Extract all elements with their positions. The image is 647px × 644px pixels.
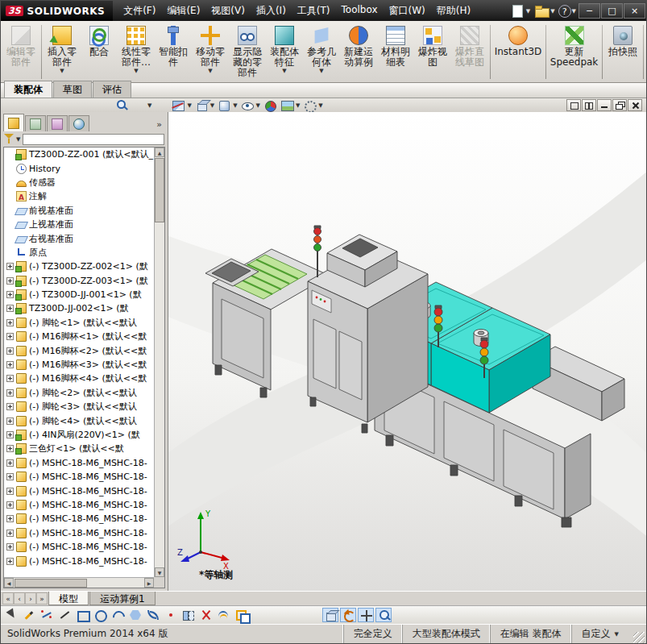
smart-dimension-icon[interactable]	[39, 608, 55, 622]
show-hidden-components-button[interactable]: 显示隐 藏的零 部件	[229, 23, 266, 81]
section-caret-icon[interactable]: ▼	[187, 102, 191, 109]
display-style-icon[interactable]	[217, 99, 232, 112]
line-icon[interactable]	[56, 608, 73, 622]
tree-item[interactable]: (-) MSHC-18-M6_MSHC-18-	[4, 526, 154, 540]
edit-appearance-icon[interactable]	[263, 99, 278, 112]
update-speedpak-button[interactable]: 更新 Speedpak	[548, 23, 600, 81]
tab-scroll-arrow[interactable]: «	[2, 592, 14, 605]
menu-item[interactable]: 窗口(W)	[384, 1, 431, 21]
tree-item[interactable]: (-) M16脚杯<3> (默认<<默	[4, 358, 154, 372]
tree-item[interactable]: 注解	[4, 189, 154, 203]
tree-item[interactable]: (-) MSHC-18-M6_MSHC-18-	[4, 470, 154, 484]
new-document-icon[interactable]	[509, 4, 525, 18]
tree-expand-toggle[interactable]	[6, 558, 14, 565]
menu-item[interactable]: 视图(V)	[205, 1, 251, 21]
mirror-icon[interactable]	[180, 608, 197, 622]
take-snapshot-button[interactable]: 拍快照	[604, 23, 641, 81]
filter-field[interactable]	[23, 134, 164, 145]
tree-item[interactable]: History	[4, 161, 154, 175]
insert-component-button[interactable]: 插入零 部件 ▼	[44, 23, 81, 81]
point-icon[interactable]	[163, 608, 179, 622]
tree-expand-toggle[interactable]	[6, 319, 14, 326]
zoom-area-icon[interactable]	[131, 99, 147, 112]
tab-scroll-arrow[interactable]: ‹	[14, 592, 25, 605]
mate-button[interactable]: 配合	[81, 23, 118, 81]
tree-expand-toggle[interactable]	[6, 305, 14, 312]
tree-expand-toggle[interactable]	[6, 473, 14, 480]
tree-item[interactable]: (-) 4IN风扇(220V)<1> (默	[4, 428, 154, 442]
tree-item[interactable]: (-) 脚轮<1> (默认<<默认	[4, 316, 154, 330]
tree-expand-toggle[interactable]	[6, 389, 14, 397]
scroll-right-icon[interactable]: ▶	[144, 578, 154, 588]
model-3d[interactable]	[168, 112, 646, 591]
tree-item[interactable]: 原点	[4, 246, 154, 260]
tree-expand-toggle[interactable]	[6, 543, 14, 551]
tree-expand-toggle[interactable]	[6, 375, 14, 382]
minimize-window-button[interactable]: ─	[579, 3, 600, 19]
spline-icon[interactable]	[145, 608, 161, 622]
resize-grip[interactable]	[633, 632, 645, 643]
polygon-icon[interactable]	[127, 608, 143, 622]
tree-item[interactable]: 上视基准面	[4, 218, 154, 231]
menu-item[interactable]: 工具(T)	[292, 1, 336, 21]
edit-component-button[interactable]: 编辑零 部件	[2, 23, 39, 81]
tab-scroll-arrow[interactable]: ›	[25, 592, 36, 605]
command-tab[interactable]: 装配体	[4, 81, 52, 98]
assembly-features-button[interactable]: 装配体 特征 ▼	[266, 23, 303, 81]
rectangle-icon[interactable]	[74, 608, 90, 622]
tree-item[interactable]: (-) MSHC-18-M6_MSHC-18-	[4, 554, 154, 567]
tree-item[interactable]: (-) TZ300D-ZZ-002<1> (默	[4, 260, 154, 273]
tree-item[interactable]: (-) 脚轮<3> (默认<<默认	[4, 400, 154, 413]
doc-close-icon[interactable]	[628, 99, 642, 111]
tree-item[interactable]: (-) M16脚杯<2> (默认<<默	[4, 343, 154, 357]
tree-item[interactable]: 三色灯<1> (默认<<默	[4, 442, 154, 455]
bill-of-materials-button[interactable]: 材料明 细表	[377, 23, 414, 81]
view-cube-icon[interactable]	[322, 608, 338, 622]
panel-expand-button[interactable]: »	[153, 119, 165, 131]
tree-item[interactable]: TZ300D-ZZ-001 (默认<默认_	[4, 147, 154, 161]
menu-item[interactable]: Toolbox	[336, 1, 384, 21]
tree-expand-toggle[interactable]	[6, 488, 14, 495]
view-settings-icon[interactable]	[302, 99, 317, 112]
doc-cascade-icon[interactable]	[566, 99, 581, 111]
tree-expand-toggle[interactable]	[6, 361, 14, 368]
sketch-icon[interactable]	[21, 608, 37, 622]
tree-item[interactable]: (-) MSHC-18-M6_MSHC-18-	[4, 498, 154, 512]
menu-item[interactable]: 文件(F)	[118, 1, 161, 21]
tree-item[interactable]: (-) MSHC-18-M6_MSHC-18-	[4, 512, 154, 526]
command-tab[interactable]: 评估	[93, 81, 131, 98]
menu-item[interactable]: 帮助(H)	[431, 1, 476, 21]
exploded-view-button[interactable]: 爆炸视 图	[414, 23, 451, 81]
tree-expand-toggle[interactable]	[6, 431, 14, 438]
tree-expand-toggle[interactable]	[6, 501, 14, 509]
open-document-icon[interactable]	[533, 4, 550, 18]
apply-scene-caret-icon[interactable]: ▼	[296, 102, 300, 109]
tree-expand-toggle[interactable]	[6, 291, 14, 298]
scroll-down-icon[interactable]: ▼	[155, 567, 164, 577]
document-tab[interactable]: 运动算例1	[89, 592, 156, 605]
smart-fastener-button[interactable]: 智能扣 件	[155, 23, 192, 81]
tree-expand-toggle[interactable]	[6, 333, 14, 340]
menu-item[interactable]: 插入(I)	[251, 1, 292, 21]
linear-pattern-button[interactable]: 线性零 部件… ▼	[118, 23, 155, 81]
hide-show-items-icon[interactable]	[240, 99, 255, 112]
feature-manager-tab[interactable]	[3, 114, 24, 131]
property-manager-tab[interactable]	[25, 115, 46, 131]
tree-item[interactable]: (-) TZ300D-JJ-001<1> (默	[4, 288, 154, 301]
arc-icon[interactable]	[110, 608, 126, 622]
apply-scene-icon[interactable]	[280, 99, 295, 112]
doc-minimize-icon[interactable]	[597, 99, 612, 111]
section-view-icon[interactable]	[171, 99, 186, 112]
tree-item[interactable]: (-) MSHC-18-M6_MSHC-18-	[4, 484, 154, 497]
doc-restore-icon[interactable]	[612, 99, 627, 111]
tree-item[interactable]: (-) M16脚杯<1> (默认<<默	[4, 330, 154, 343]
tree-item[interactable]: 前视基准面	[4, 204, 154, 218]
rotate-view-icon[interactable]	[340, 608, 356, 622]
tree-item[interactable]: (-) MSHC-18-M6_MSHC-18-	[4, 540, 154, 554]
convert-entities-icon[interactable]	[234, 608, 250, 622]
command-tab[interactable]: 草图	[53, 81, 92, 98]
display-manager-tab[interactable]	[68, 115, 89, 131]
tree-expand-toggle[interactable]	[6, 530, 14, 537]
doc-tile-icon[interactable]	[582, 99, 596, 111]
tree-vertical-scrollbar[interactable]: ▲ ▼	[154, 147, 164, 577]
